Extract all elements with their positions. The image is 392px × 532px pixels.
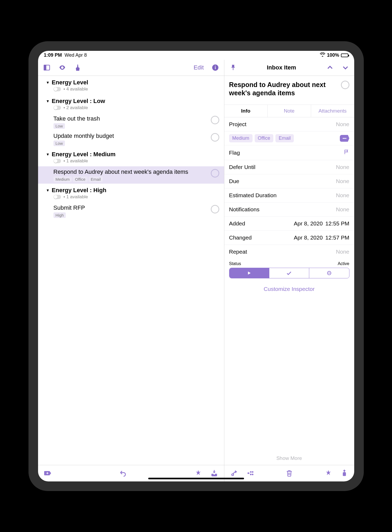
disclosure-triangle-icon[interactable]: ▼ <box>46 99 50 103</box>
row-tags[interactable]: MediumOfficeEmail ••• <box>224 131 354 145</box>
status-completed-button[interactable] <box>269 268 309 278</box>
task-row[interactable]: Update monthly budgetLow <box>38 130 224 148</box>
tab-note[interactable]: Note <box>267 105 311 117</box>
disclosure-triangle-icon[interactable]: ▼ <box>46 80 50 85</box>
trash-icon[interactable] <box>285 469 293 477</box>
inspector-pane: Respond to Audrey about next week's agen… <box>224 76 354 465</box>
task-list-pane: ▼Energy Level• 4 available▼Energy Level … <box>38 76 224 465</box>
status-date: Wed Apr 8 <box>65 52 87 58</box>
task-title: Update monthly budget <box>53 133 209 139</box>
cleanup-icon[interactable] <box>74 64 82 72</box>
device-frame: 1:09 PM Wed Apr 8 100% Edit <box>28 41 364 491</box>
row-repeat[interactable]: Repeat None <box>224 245 354 259</box>
svg-marker-8 <box>248 271 251 275</box>
row-status: Status Active <box>224 259 354 281</box>
info-icon[interactable] <box>211 64 219 72</box>
group-toggle[interactable] <box>53 195 61 199</box>
magic-icon[interactable] <box>324 469 332 477</box>
customize-inspector-button[interactable]: Customize Inspector <box>224 281 354 297</box>
task-checkbox[interactable] <box>211 169 219 178</box>
svg-point-3 <box>61 67 63 68</box>
group-header[interactable]: ▼Energy Level <box>38 76 224 86</box>
svg-point-13 <box>250 471 251 473</box>
move-icon[interactable] <box>246 469 254 477</box>
new-inbox-icon[interactable] <box>210 469 218 477</box>
row-estimated[interactable]: Estimated Duration None <box>224 188 354 203</box>
tab-attachments[interactable]: Attachments <box>311 105 354 117</box>
status-label: Status <box>229 261 241 266</box>
group-subheader: • 1 available <box>38 158 224 166</box>
inspector-tag[interactable]: Medium <box>229 134 253 142</box>
group-available: • 4 available <box>64 86 88 92</box>
inspector-tabs: Info Note Attachments <box>224 105 354 117</box>
task-row[interactable]: Take out the trashLow <box>38 113 224 130</box>
status-dropped-button[interactable] <box>309 268 349 278</box>
main-split: ▼Energy Level• 4 available▼Energy Level … <box>38 76 354 465</box>
quick-entry-icon[interactable] <box>194 469 202 477</box>
flag-icon <box>344 149 349 156</box>
new-tag-icon[interactable] <box>44 469 52 477</box>
svg-rect-7 <box>233 68 233 70</box>
more-tags-icon[interactable]: ••• <box>340 135 349 142</box>
edit-button[interactable]: Edit <box>194 64 204 71</box>
task-row[interactable]: Submit RFPHigh <box>38 202 224 220</box>
svg-point-16 <box>252 474 253 475</box>
inspector-title: Inbox Item <box>267 64 296 71</box>
show-more-button[interactable]: Show More <box>224 452 354 465</box>
tab-info[interactable]: Info <box>224 105 267 117</box>
row-notifications[interactable]: Notifications None <box>224 203 354 217</box>
group-subheader: • 1 available <box>38 194 224 202</box>
share-icon[interactable] <box>340 469 348 477</box>
group-header[interactable]: ▼Energy Level : High <box>38 184 224 194</box>
task-tag: Office <box>73 176 88 182</box>
task-tag: Medium <box>53 176 72 182</box>
undo-icon[interactable] <box>119 469 127 477</box>
group-title: Energy Level <box>52 79 88 86</box>
svg-point-6 <box>215 66 216 67</box>
group-header[interactable]: ▼Energy Level : Medium <box>38 148 224 158</box>
group-toggle[interactable] <box>53 159 61 163</box>
disclosure-triangle-icon[interactable]: ▼ <box>46 188 50 192</box>
svg-point-15 <box>252 471 253 473</box>
convert-icon[interactable] <box>230 469 238 477</box>
status-active-label: Active <box>338 261 349 266</box>
group-toggle[interactable] <box>53 106 61 110</box>
task-tag: High <box>53 212 66 218</box>
project-value: None <box>336 121 349 127</box>
task-checkbox[interactable] <box>211 205 219 213</box>
svg-rect-2 <box>44 65 46 70</box>
next-item-icon[interactable] <box>341 64 349 72</box>
disclosure-triangle-icon[interactable]: ▼ <box>46 152 50 156</box>
inspector-tag[interactable]: Office <box>255 134 274 142</box>
pin-icon[interactable] <box>229 64 237 72</box>
task-checkbox[interactable] <box>211 116 219 124</box>
row-added: Added Apr 8, 2020 12:55 PM <box>224 217 354 231</box>
row-changed: Changed Apr 8, 2020 12:57 PM <box>224 231 354 245</box>
row-flag[interactable]: Flag <box>224 145 354 160</box>
row-defer[interactable]: Defer Until None <box>224 160 354 174</box>
task-title: Take out the trash <box>53 115 209 122</box>
screen: 1:09 PM Wed Apr 8 100% Edit <box>38 51 354 481</box>
svg-rect-5 <box>215 67 215 69</box>
status-time: 1:09 PM <box>44 52 62 58</box>
inspector-item-title[interactable]: Respond to Audrey about next week's agen… <box>229 81 338 97</box>
inspector-tag[interactable]: Email <box>275 134 294 142</box>
task-row[interactable]: Respond to Audrey about next week's agen… <box>38 166 224 184</box>
status-bar: 1:09 PM Wed Apr 8 100% <box>38 51 354 60</box>
prev-item-icon[interactable] <box>326 64 334 72</box>
group-subheader: • 2 available <box>38 105 224 113</box>
row-project[interactable]: Project None <box>224 117 354 131</box>
svg-point-14 <box>250 474 251 475</box>
sidebar-toggle-icon[interactable] <box>43 64 51 72</box>
status-active-button[interactable] <box>229 268 269 278</box>
view-icon[interactable] <box>58 64 66 72</box>
complete-checkbox[interactable] <box>341 81 349 89</box>
group-header[interactable]: ▼Energy Level : Low <box>38 94 224 105</box>
group-title: Energy Level : High <box>52 187 106 194</box>
task-checkbox[interactable] <box>211 133 219 142</box>
app-toolbar: Edit Inbox Item <box>38 60 354 76</box>
task-title: Respond to Audrey about next week's agen… <box>53 168 209 175</box>
group-title: Energy Level : Medium <box>52 151 115 158</box>
group-toggle[interactable] <box>53 87 61 91</box>
row-due[interactable]: Due None <box>224 174 354 188</box>
